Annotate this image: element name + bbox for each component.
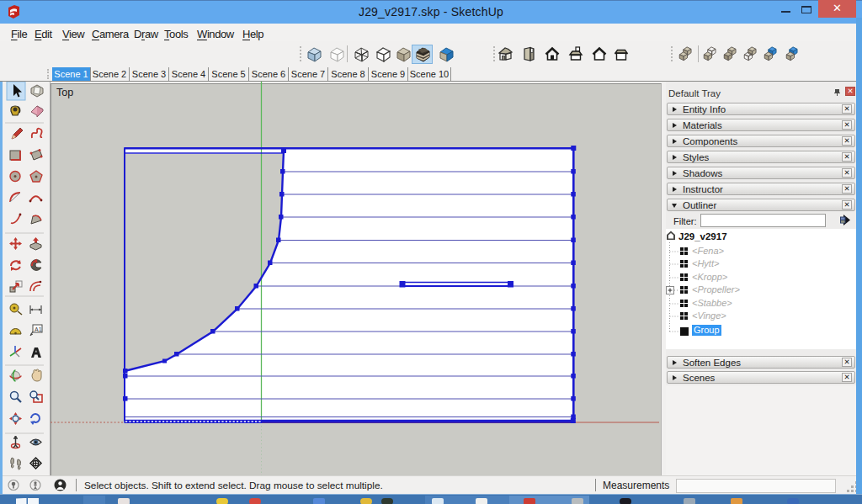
svg-text:A1: A1: [35, 326, 42, 332]
